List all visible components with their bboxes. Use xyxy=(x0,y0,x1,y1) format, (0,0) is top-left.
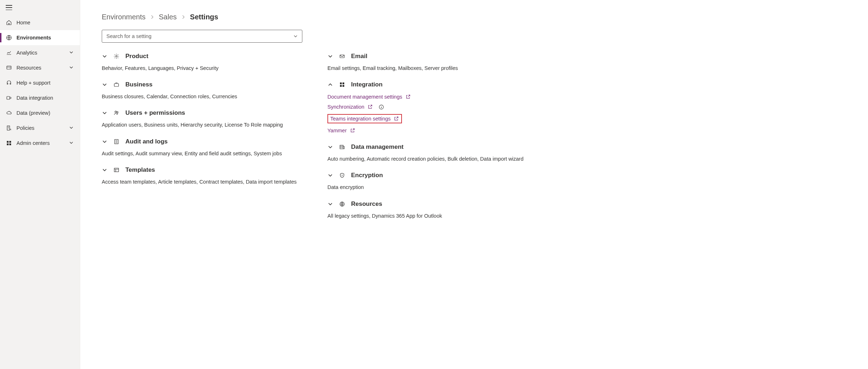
svg-rect-5 xyxy=(9,141,11,143)
svg-point-8 xyxy=(116,56,117,57)
sidebar-item-label: Admin centers xyxy=(16,140,69,146)
chevron-right-icon xyxy=(150,15,154,19)
svg-rect-2 xyxy=(7,96,10,99)
chevron-down-icon xyxy=(69,141,74,146)
sidebar-item-data-integration[interactable]: Data integration xyxy=(0,90,80,105)
svg-rect-18 xyxy=(342,85,344,87)
chevron-down-icon xyxy=(102,110,107,116)
sidebar-toggle[interactable] xyxy=(0,0,80,15)
link-yammer[interactable]: Yammer xyxy=(327,128,546,133)
section-summary: Behavior, Features, Languages, Privacy +… xyxy=(102,62,317,72)
analytics-icon xyxy=(6,49,12,56)
globe-grid-icon xyxy=(6,34,12,41)
sidebar-item-data-preview[interactable]: Data (preview) xyxy=(0,105,80,120)
section-summary: All legacy settings, Dynamics 365 App fo… xyxy=(327,210,546,220)
section-header-product[interactable]: Product xyxy=(102,51,317,62)
search-setting-combobox[interactable] xyxy=(102,30,302,43)
svg-point-10 xyxy=(115,111,117,113)
section-summary: Access team templates, Article templates… xyxy=(102,176,317,186)
headset-icon xyxy=(6,80,12,86)
admin-icon xyxy=(6,140,12,146)
section-title: Product xyxy=(125,53,148,60)
section-product: Product Behavior, Features, Languages, P… xyxy=(102,51,317,72)
chevron-down-icon xyxy=(69,50,74,55)
svg-rect-13 xyxy=(114,168,119,172)
section-header-audit[interactable]: Audit and logs xyxy=(102,136,317,147)
windows-icon xyxy=(339,81,345,88)
gear-icon xyxy=(113,53,120,60)
link-label: Document management settings xyxy=(327,94,402,100)
home-icon xyxy=(6,19,12,26)
section-summary: Auto numbering, Automatic record creatio… xyxy=(327,153,546,163)
chevron-down-icon xyxy=(102,139,107,145)
breadcrumb-environments[interactable]: Environments xyxy=(102,13,145,21)
section-header-business[interactable]: Business xyxy=(102,79,317,90)
integration-icon xyxy=(6,95,12,101)
svg-rect-16 xyxy=(342,82,344,84)
external-link-icon xyxy=(406,94,411,99)
sidebar-item-policies[interactable]: Policies xyxy=(0,120,80,136)
info-icon[interactable] xyxy=(379,104,384,110)
data-icon xyxy=(339,144,345,150)
external-link-icon xyxy=(394,116,399,121)
section-business: Business Business closures, Calendar, Co… xyxy=(102,79,317,101)
section-title: Business xyxy=(125,81,153,88)
globe-icon xyxy=(339,201,345,207)
briefcase-icon xyxy=(113,81,120,88)
chevron-down-icon xyxy=(293,34,298,38)
sidebar-item-resources[interactable]: Resources xyxy=(0,60,80,75)
sidebar-item-help[interactable]: Help + support xyxy=(0,75,80,90)
section-header-email[interactable]: Email xyxy=(327,51,546,62)
external-link-icon xyxy=(368,104,373,109)
chevron-down-icon xyxy=(327,144,333,150)
breadcrumb-sales[interactable]: Sales xyxy=(159,13,177,21)
chevron-down-icon xyxy=(102,82,107,87)
section-header-users[interactable]: Users + permissions xyxy=(102,107,317,119)
sidebar-item-analytics[interactable]: Analytics xyxy=(0,45,80,60)
section-title: Resources xyxy=(351,200,382,208)
sidebar-item-environments[interactable]: Environments xyxy=(0,30,80,45)
svg-rect-20 xyxy=(340,145,343,149)
svg-rect-14 xyxy=(340,55,344,58)
svg-rect-1 xyxy=(7,66,11,69)
chevron-down-icon xyxy=(327,201,333,207)
link-teams-integration[interactable]: Teams integration settings xyxy=(327,114,402,123)
svg-rect-9 xyxy=(114,84,119,86)
section-summary: Application users, Business units, Hiera… xyxy=(102,119,317,129)
mail-icon xyxy=(339,53,345,60)
chevron-up-icon xyxy=(327,82,333,87)
section-header-data-management[interactable]: Data management xyxy=(327,141,546,153)
section-header-templates[interactable]: Templates xyxy=(102,164,317,176)
users-icon xyxy=(113,110,120,116)
breadcrumb-settings: Settings xyxy=(190,13,218,21)
section-title: Integration xyxy=(351,81,383,88)
svg-point-11 xyxy=(117,112,118,113)
sidebar-item-label: Data integration xyxy=(16,95,74,101)
breadcrumb: Environments Sales Settings xyxy=(102,13,847,21)
section-title: Email xyxy=(351,53,367,60)
sidebar-item-admin-centers[interactable]: Admin centers xyxy=(0,136,80,151)
svg-rect-17 xyxy=(340,85,342,87)
svg-rect-4 xyxy=(7,141,9,143)
section-header-integration[interactable]: Integration xyxy=(327,79,546,90)
section-header-resources[interactable]: Resources xyxy=(327,198,546,210)
hamburger-icon xyxy=(6,5,12,10)
section-header-encryption[interactable]: Encryption xyxy=(327,170,546,181)
chevron-right-icon xyxy=(182,15,185,19)
link-synchronization[interactable]: Synchronization xyxy=(327,104,546,110)
svg-rect-6 xyxy=(7,143,9,145)
external-link-icon xyxy=(350,128,355,133)
chevron-down-icon xyxy=(69,65,74,70)
shield-icon xyxy=(339,172,345,179)
templates-icon xyxy=(113,167,120,173)
cloud-icon xyxy=(6,110,12,116)
sidebar-item-label: Policies xyxy=(16,125,69,131)
sidebar-item-label: Home xyxy=(16,20,74,25)
sidebar-item-label: Data (preview) xyxy=(16,110,74,116)
policies-icon xyxy=(6,125,12,131)
link-document-management[interactable]: Document management settings xyxy=(327,94,546,100)
sidebar-item-home[interactable]: Home xyxy=(0,15,80,30)
section-title: Audit and logs xyxy=(125,138,168,145)
search-input[interactable] xyxy=(106,33,293,39)
chevron-down-icon xyxy=(327,53,333,59)
